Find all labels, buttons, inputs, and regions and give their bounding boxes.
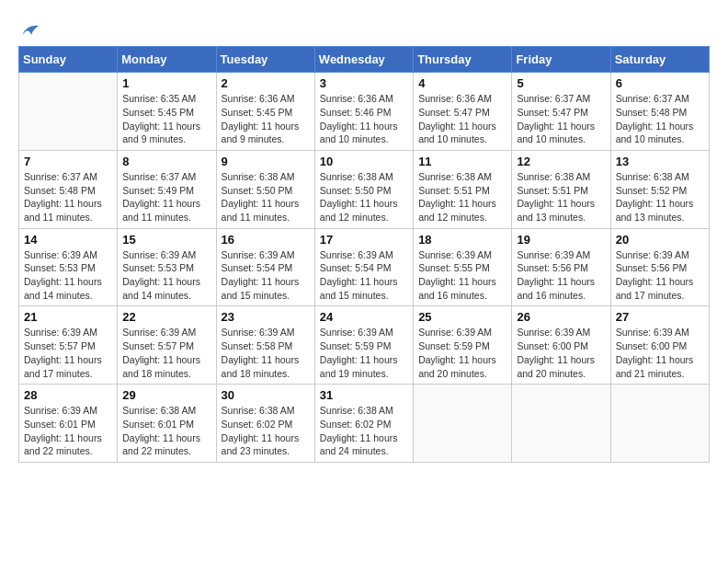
page-header	[18, 18, 710, 37]
col-header-sunday: Sunday	[19, 47, 118, 73]
day-number: 8	[122, 155, 210, 168]
day-info: Sunrise: 6:39 AM Sunset: 5:57 PM Dayligh…	[24, 326, 112, 380]
logo	[18, 18, 40, 37]
day-info: Sunrise: 6:39 AM Sunset: 5:54 PM Dayligh…	[320, 248, 408, 303]
calendar-cell: 23Sunrise: 6:39 AM Sunset: 5:58 PM Dayli…	[216, 306, 314, 385]
day-number: 21	[24, 310, 112, 324]
calendar-cell: 2Sunrise: 6:36 AM Sunset: 5:45 PM Daylig…	[216, 73, 314, 151]
calendar-cell	[512, 385, 610, 463]
calendar-cell: 6Sunrise: 6:37 AM Sunset: 5:48 PM Daylig…	[610, 73, 709, 151]
day-number: 30	[222, 388, 310, 402]
calendar-cell: 17Sunrise: 6:39 AM Sunset: 5:54 PM Dayli…	[314, 228, 413, 306]
day-number: 4	[418, 76, 506, 90]
calendar-cell: 9Sunrise: 6:38 AM Sunset: 5:50 PM Daylig…	[216, 150, 314, 228]
col-header-tuesday: Tuesday	[216, 47, 314, 73]
day-number: 20	[616, 233, 704, 247]
day-number: 13	[616, 155, 704, 168]
calendar-cell: 30Sunrise: 6:38 AM Sunset: 6:02 PM Dayli…	[216, 385, 314, 463]
calendar-table: SundayMondayTuesdayWednesdayThursdayFrid…	[18, 46, 710, 463]
day-number: 18	[418, 233, 506, 247]
day-info: Sunrise: 6:39 AM Sunset: 6:00 PM Dayligh…	[517, 326, 605, 380]
day-info: Sunrise: 6:39 AM Sunset: 5:55 PM Dayligh…	[418, 248, 506, 303]
day-info: Sunrise: 6:39 AM Sunset: 5:56 PM Dayligh…	[616, 248, 704, 303]
day-number: 10	[320, 155, 408, 168]
day-info: Sunrise: 6:38 AM Sunset: 6:02 PM Dayligh…	[222, 404, 310, 458]
day-number: 26	[517, 310, 605, 324]
calendar-cell: 12Sunrise: 6:38 AM Sunset: 5:51 PM Dayli…	[512, 150, 610, 228]
calendar-week-row: 7Sunrise: 6:37 AM Sunset: 5:48 PM Daylig…	[19, 150, 710, 228]
day-number: 17	[320, 233, 408, 247]
calendar-cell: 1Sunrise: 6:35 AM Sunset: 5:45 PM Daylig…	[118, 73, 216, 151]
calendar-cell	[610, 385, 709, 463]
day-info: Sunrise: 6:39 AM Sunset: 5:53 PM Dayligh…	[122, 248, 210, 303]
day-number: 16	[222, 233, 310, 247]
day-number: 11	[418, 155, 506, 168]
day-info: Sunrise: 6:39 AM Sunset: 5:59 PM Dayligh…	[320, 326, 408, 380]
calendar-cell: 27Sunrise: 6:39 AM Sunset: 6:00 PM Dayli…	[610, 306, 709, 385]
day-number: 7	[24, 155, 112, 168]
day-number: 28	[24, 388, 112, 402]
day-info: Sunrise: 6:39 AM Sunset: 6:01 PM Dayligh…	[24, 404, 112, 458]
day-number: 25	[418, 310, 506, 324]
day-number: 29	[122, 388, 210, 402]
day-number: 19	[517, 233, 605, 247]
calendar-cell: 22Sunrise: 6:39 AM Sunset: 5:57 PM Dayli…	[118, 306, 216, 385]
day-info: Sunrise: 6:38 AM Sunset: 5:51 PM Dayligh…	[517, 170, 605, 224]
calendar-week-row: 14Sunrise: 6:39 AM Sunset: 5:53 PM Dayli…	[19, 228, 710, 306]
col-header-friday: Friday	[512, 47, 610, 73]
day-info: Sunrise: 6:35 AM Sunset: 5:45 PM Dayligh…	[122, 92, 210, 146]
day-info: Sunrise: 6:38 AM Sunset: 5:52 PM Dayligh…	[616, 170, 704, 224]
day-info: Sunrise: 6:37 AM Sunset: 5:48 PM Dayligh…	[616, 92, 704, 146]
day-number: 23	[222, 310, 310, 324]
day-info: Sunrise: 6:38 AM Sunset: 6:01 PM Dayligh…	[122, 404, 210, 458]
day-number: 2	[222, 76, 310, 90]
calendar-cell: 10Sunrise: 6:38 AM Sunset: 5:50 PM Dayli…	[314, 150, 413, 228]
day-number: 5	[517, 76, 605, 90]
calendar-week-row: 28Sunrise: 6:39 AM Sunset: 6:01 PM Dayli…	[19, 385, 710, 463]
day-info: Sunrise: 6:36 AM Sunset: 5:47 PM Dayligh…	[418, 92, 506, 146]
col-header-monday: Monday	[118, 47, 216, 73]
day-number: 31	[320, 388, 408, 402]
day-info: Sunrise: 6:39 AM Sunset: 5:58 PM Dayligh…	[222, 326, 310, 380]
calendar-cell: 25Sunrise: 6:39 AM Sunset: 5:59 PM Dayli…	[414, 306, 512, 385]
day-info: Sunrise: 6:36 AM Sunset: 5:46 PM Dayligh…	[320, 92, 408, 146]
calendar-cell: 3Sunrise: 6:36 AM Sunset: 5:46 PM Daylig…	[314, 73, 413, 151]
day-info: Sunrise: 6:38 AM Sunset: 5:51 PM Dayligh…	[418, 170, 506, 224]
calendar-cell: 21Sunrise: 6:39 AM Sunset: 5:57 PM Dayli…	[19, 306, 118, 385]
day-number: 12	[517, 155, 605, 168]
day-number: 3	[320, 76, 408, 90]
day-number: 22	[122, 310, 210, 324]
day-number: 15	[122, 233, 210, 247]
day-number: 27	[616, 310, 704, 324]
day-info: Sunrise: 6:36 AM Sunset: 5:45 PM Dayligh…	[222, 92, 310, 146]
day-info: Sunrise: 6:39 AM Sunset: 5:54 PM Dayligh…	[222, 248, 310, 303]
day-info: Sunrise: 6:38 AM Sunset: 6:02 PM Dayligh…	[320, 404, 408, 458]
day-info: Sunrise: 6:39 AM Sunset: 5:57 PM Dayligh…	[122, 326, 210, 380]
day-info: Sunrise: 6:39 AM Sunset: 5:53 PM Dayligh…	[24, 248, 112, 303]
day-info: Sunrise: 6:39 AM Sunset: 6:00 PM Dayligh…	[616, 326, 704, 380]
day-number: 24	[320, 310, 408, 324]
logo-bird-icon	[20, 22, 40, 39]
calendar-cell: 16Sunrise: 6:39 AM Sunset: 5:54 PM Dayli…	[216, 228, 314, 306]
calendar-cell: 31Sunrise: 6:38 AM Sunset: 6:02 PM Dayli…	[314, 385, 413, 463]
day-number: 6	[616, 76, 704, 90]
calendar-cell: 14Sunrise: 6:39 AM Sunset: 5:53 PM Dayli…	[19, 228, 118, 306]
calendar-cell: 20Sunrise: 6:39 AM Sunset: 5:56 PM Dayli…	[610, 228, 709, 306]
day-info: Sunrise: 6:37 AM Sunset: 5:48 PM Dayligh…	[24, 170, 112, 224]
calendar-cell: 24Sunrise: 6:39 AM Sunset: 5:59 PM Dayli…	[314, 306, 413, 385]
calendar-cell: 29Sunrise: 6:38 AM Sunset: 6:01 PM Dayli…	[118, 385, 216, 463]
day-info: Sunrise: 6:38 AM Sunset: 5:50 PM Dayligh…	[320, 170, 408, 224]
col-header-wednesday: Wednesday	[314, 47, 413, 73]
calendar-cell: 5Sunrise: 6:37 AM Sunset: 5:47 PM Daylig…	[512, 73, 610, 151]
day-number: 14	[24, 233, 112, 247]
calendar-week-row: 21Sunrise: 6:39 AM Sunset: 5:57 PM Dayli…	[19, 306, 710, 385]
day-info: Sunrise: 6:37 AM Sunset: 5:49 PM Dayligh…	[122, 170, 210, 224]
calendar-week-row: 1Sunrise: 6:35 AM Sunset: 5:45 PM Daylig…	[19, 73, 710, 151]
col-header-thursday: Thursday	[414, 47, 512, 73]
day-info: Sunrise: 6:39 AM Sunset: 5:59 PM Dayligh…	[418, 326, 506, 380]
calendar-cell: 18Sunrise: 6:39 AM Sunset: 5:55 PM Dayli…	[414, 228, 512, 306]
col-header-saturday: Saturday	[610, 47, 709, 73]
calendar-cell: 28Sunrise: 6:39 AM Sunset: 6:01 PM Dayli…	[19, 385, 118, 463]
calendar-cell: 7Sunrise: 6:37 AM Sunset: 5:48 PM Daylig…	[19, 150, 118, 228]
day-number: 9	[222, 155, 310, 168]
